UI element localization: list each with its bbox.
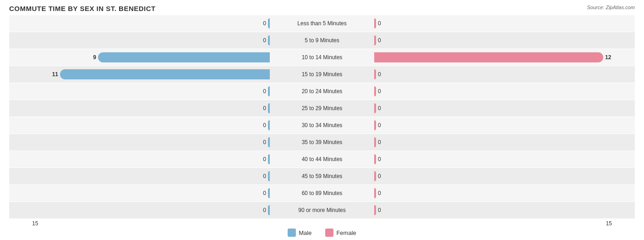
- row-label: 15 to 19 Minutes: [272, 71, 372, 78]
- chart-row: 0 45 to 59 Minutes 0: [9, 168, 635, 184]
- row-label: 5 to 9 Minutes: [272, 37, 372, 44]
- left-zero-label: 0: [263, 156, 266, 162]
- male-bar: [268, 18, 270, 28]
- male-bar: [268, 205, 270, 215]
- axis-left-label: 15: [32, 220, 38, 227]
- male-swatch: [288, 229, 296, 237]
- right-zero-label: 0: [378, 190, 381, 196]
- row-label: 40 to 44 Minutes: [272, 156, 372, 162]
- right-zero-label: 0: [378, 122, 381, 128]
- legend-male: Male: [288, 229, 311, 237]
- left-zero-label: 0: [263, 122, 266, 128]
- left-zero-label: 0: [263, 207, 266, 213]
- chart-row: 0 40 to 44 Minutes 0: [9, 151, 635, 167]
- right-zero-label: 0: [378, 207, 381, 213]
- male-bar: [268, 171, 270, 181]
- male-bar: [268, 188, 270, 198]
- right-bar-container: 0: [372, 120, 635, 130]
- legend: Male Female: [9, 229, 635, 237]
- row-label: 45 to 59 Minutes: [272, 173, 372, 179]
- female-bar: [374, 137, 376, 147]
- male-bar: [98, 52, 270, 62]
- left-bar-container: 0: [9, 154, 272, 164]
- chart-row: 0 30 to 34 Minutes 0: [9, 117, 635, 134]
- left-bar-container: 0: [9, 86, 272, 96]
- female-bar: [374, 103, 376, 113]
- male-bar: [268, 86, 270, 96]
- right-value-label: 12: [605, 54, 611, 61]
- left-bar-container: 11: [9, 69, 272, 79]
- axis-row: 15 15: [9, 220, 635, 227]
- female-bar: [374, 120, 376, 130]
- male-bar: [268, 103, 270, 113]
- right-zero-label: 0: [378, 88, 381, 95]
- row-label: 25 to 29 Minutes: [272, 105, 372, 112]
- chart-row: 0 25 to 29 Minutes 0: [9, 100, 635, 117]
- left-bar-container: 0: [9, 103, 272, 113]
- chart-area: 0 Less than 5 Minutes 0 0 5 to 9 Minutes…: [9, 15, 635, 218]
- axis-right-label: 15: [606, 220, 612, 227]
- source-label: Source: ZipAtlas.com: [587, 5, 635, 10]
- left-zero-label: 0: [263, 190, 266, 196]
- right-bar-container: 0: [372, 18, 635, 28]
- left-value-label: 9: [93, 54, 96, 61]
- female-bar: [374, 35, 376, 45]
- female-bar: [374, 86, 376, 96]
- row-label: 90 or more Minutes: [272, 207, 372, 213]
- row-label: Less than 5 Minutes: [272, 20, 372, 27]
- right-bar-container: 0: [372, 188, 635, 198]
- female-bar: [374, 18, 376, 28]
- row-label: 30 to 34 Minutes: [272, 122, 372, 128]
- right-bar-container: 0: [372, 103, 635, 113]
- chart-row: 11 15 to 19 Minutes 0: [9, 66, 635, 83]
- left-bar-container: 0: [9, 35, 272, 45]
- female-bar: [374, 154, 376, 164]
- female-label: Female: [336, 229, 356, 236]
- right-zero-label: 0: [378, 156, 381, 162]
- chart-row: 0 60 to 89 Minutes 0: [9, 185, 635, 201]
- right-bar-container: 0: [372, 86, 635, 96]
- left-zero-label: 0: [263, 20, 266, 27]
- left-bar-container: 0: [9, 188, 272, 198]
- chart-row: 0 Less than 5 Minutes 0: [9, 15, 635, 32]
- female-swatch: [325, 229, 333, 237]
- right-bar-container: 0: [372, 137, 635, 147]
- female-bar: [374, 188, 376, 198]
- female-bar: [374, 69, 376, 79]
- left-bar-container: 0: [9, 205, 272, 215]
- left-bar-container: 0: [9, 120, 272, 130]
- row-label: 10 to 14 Minutes: [272, 54, 372, 61]
- chart-title: COMMUTE TIME BY SEX IN ST. BENEDICT: [9, 5, 635, 12]
- male-bar: [268, 154, 270, 164]
- chart-row: 0 90 or more Minutes 0: [9, 202, 635, 218]
- male-bar: [268, 137, 270, 147]
- right-zero-label: 0: [378, 20, 381, 27]
- left-zero-label: 0: [263, 139, 266, 145]
- right-bar-container: 0: [372, 171, 635, 181]
- right-bar-container: 0: [372, 69, 635, 79]
- right-zero-label: 0: [378, 139, 381, 145]
- left-bar-container: 9: [9, 52, 272, 62]
- row-label: 20 to 24 Minutes: [272, 88, 372, 95]
- female-bar: [374, 205, 376, 215]
- male-bar: [268, 120, 270, 130]
- left-zero-label: 0: [263, 88, 266, 95]
- left-bar-container: 0: [9, 18, 272, 28]
- right-bar-container: 0: [372, 205, 635, 215]
- right-zero-label: 0: [378, 71, 381, 78]
- left-bar-container: 0: [9, 171, 272, 181]
- left-value-label: 11: [52, 71, 58, 78]
- left-bar-container: 0: [9, 137, 272, 147]
- page-container: COMMUTE TIME BY SEX IN ST. BENEDICT Sour…: [0, 0, 644, 240]
- chart-row: 9 10 to 14 Minutes 12: [9, 49, 635, 66]
- left-zero-label: 0: [263, 37, 266, 44]
- male-label: Male: [299, 229, 311, 236]
- right-bar-container: 0: [372, 35, 635, 45]
- chart-row: 0 5 to 9 Minutes 0: [9, 32, 635, 49]
- legend-female: Female: [325, 229, 356, 237]
- chart-row: 0 35 to 39 Minutes 0: [9, 134, 635, 151]
- right-zero-label: 0: [378, 37, 381, 44]
- left-zero-label: 0: [263, 173, 266, 179]
- left-zero-label: 0: [263, 105, 266, 112]
- male-bar: [268, 35, 270, 45]
